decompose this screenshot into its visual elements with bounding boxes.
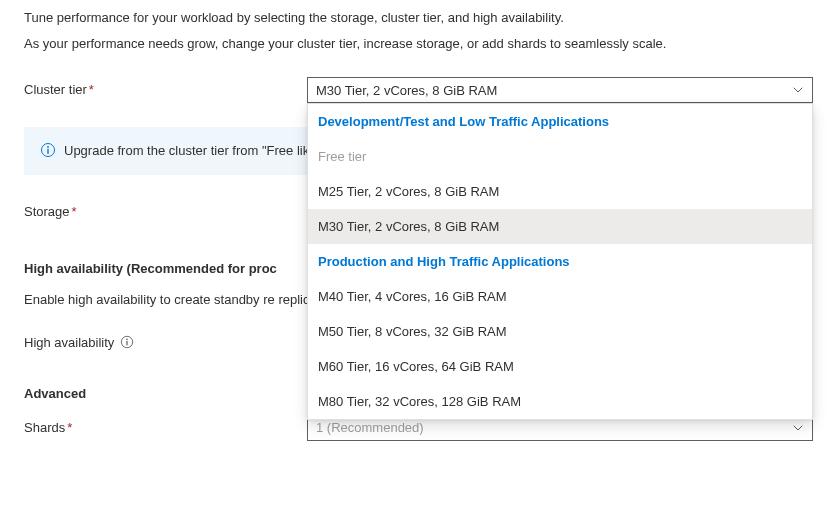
dropdown-option-free-tier: Free tier (308, 139, 812, 174)
cluster-tier-label-text: Cluster tier (24, 82, 87, 97)
high-availability-label: High availability (24, 330, 307, 350)
storage-label: Storage* (24, 199, 307, 219)
intro-line-1: Tune performance for your workload by se… (24, 8, 813, 28)
dropdown-option-m60[interactable]: M60 Tier, 16 vCores, 64 GiB RAM (308, 349, 812, 384)
shards-select-value: 1 (Recommended) (316, 420, 424, 435)
required-asterisk: * (72, 204, 77, 219)
high-availability-label-text: High availability (24, 335, 114, 350)
required-asterisk: * (67, 420, 72, 435)
cluster-tier-select-value: M30 Tier, 2 vCores, 8 GiB RAM (316, 83, 497, 98)
shards-label-text: Shards (24, 420, 65, 435)
dropdown-group-header-2: Production and High Traffic Applications (308, 244, 812, 279)
cluster-tier-row: Cluster tier* M30 Tier, 2 vCores, 8 GiB … (24, 77, 813, 103)
svg-point-4 (127, 339, 129, 341)
chevron-down-icon (792, 84, 804, 96)
chevron-down-icon (792, 422, 804, 434)
cluster-tier-dropdown: Development/Test and Low Traffic Applica… (307, 103, 813, 420)
dropdown-option-m30[interactable]: M30 Tier, 2 vCores, 8 GiB RAM (308, 209, 812, 244)
storage-label-text: Storage (24, 204, 70, 219)
info-icon (40, 142, 56, 161)
svg-rect-5 (127, 341, 128, 345)
info-icon[interactable] (120, 335, 134, 349)
cluster-tier-select[interactable]: M30 Tier, 2 vCores, 8 GiB RAM (307, 77, 813, 103)
intro-line-2: As your performance needs grow, change y… (24, 34, 813, 54)
dropdown-option-m50[interactable]: M50 Tier, 8 vCores, 32 GiB RAM (308, 314, 812, 349)
shards-label: Shards* (24, 415, 307, 435)
dropdown-option-m40[interactable]: M40 Tier, 4 vCores, 16 GiB RAM (308, 279, 812, 314)
dropdown-option-m25[interactable]: M25 Tier, 2 vCores, 8 GiB RAM (308, 174, 812, 209)
required-asterisk: * (89, 82, 94, 97)
svg-point-1 (47, 146, 49, 148)
dropdown-group-header-1: Development/Test and Low Traffic Applica… (308, 104, 812, 139)
cluster-tier-label: Cluster tier* (24, 77, 307, 97)
svg-rect-2 (47, 149, 48, 154)
dropdown-option-m80[interactable]: M80 Tier, 32 vCores, 128 GiB RAM (308, 384, 812, 419)
